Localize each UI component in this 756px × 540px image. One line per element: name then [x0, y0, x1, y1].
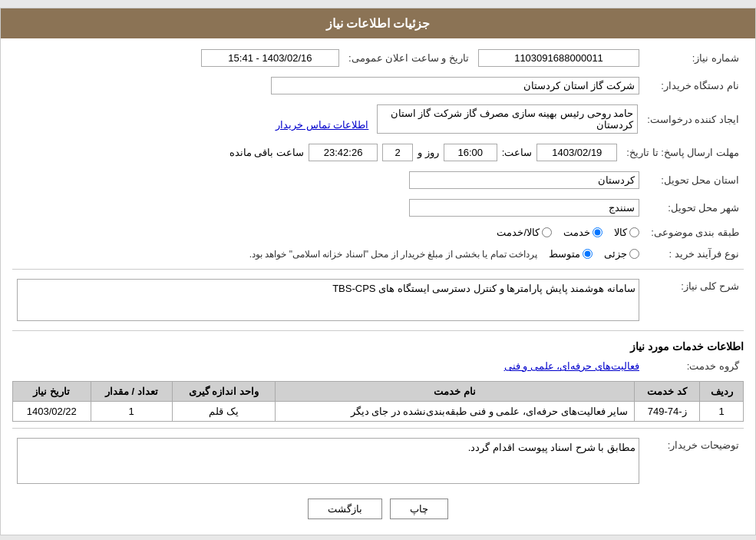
- col-name: نام خدمت: [275, 382, 634, 402]
- deadline-time: 16:00: [444, 144, 497, 161]
- need-number-label: شماره نیاز:: [644, 46, 744, 70]
- creator-link[interactable]: اطلاعات تماس خریدار: [276, 119, 368, 131]
- creator-value: حامد روحی رئیس بهینه سازی مصرف گاز شرکت …: [377, 104, 638, 134]
- city-value: سنندج: [409, 199, 639, 217]
- col-count: تعداد / مقدار: [91, 382, 172, 402]
- requester-org-label: نام دستگاه خریدار:: [644, 74, 744, 98]
- purchase-type-label: نوع فرآیند خرید :: [644, 245, 744, 263]
- purchase-jozi[interactable]: جزئی: [604, 248, 639, 260]
- category-kala-khedmat[interactable]: کالا/خدمت: [497, 227, 552, 238]
- row-unit: یک قلم: [172, 402, 275, 422]
- back-button[interactable]: بازگشت: [308, 499, 382, 519]
- col-code: کد خدمت: [635, 382, 700, 402]
- deadline-day-label: روز و: [418, 147, 439, 158]
- action-row: چاپ بازگشت: [12, 499, 744, 519]
- col-date: تاریخ نیاز: [13, 382, 91, 402]
- deadline-time-label: ساعت:: [502, 147, 533, 158]
- row-count: 1: [91, 402, 172, 422]
- purchase-motevaset[interactable]: متوسط: [549, 248, 593, 260]
- description-value: سامانه هوشمند پایش پارامترها و کنترل دست…: [17, 279, 639, 321]
- category-label: طبقه بندی موضوعی:: [644, 224, 744, 241]
- col-row: ردیف: [700, 382, 744, 402]
- row-date: 1403/02/22: [13, 402, 91, 422]
- group-label: گروه خدمت:: [644, 357, 744, 375]
- buyer-notes-label: توضیحات خریدار:: [644, 435, 744, 487]
- table-row: 1 ز-74-749 سایر فعالیت‌های حرفه‌ای، علمی…: [13, 402, 744, 422]
- page-title: جزئیات اطلاعات نیاز: [1, 8, 755, 38]
- deadline-remaining: 23:42:26: [309, 144, 378, 161]
- services-section-title: اطلاعات خدمات مورد نیاز: [12, 340, 744, 353]
- print-button[interactable]: چاپ: [390, 499, 448, 519]
- services-table: ردیف کد خدمت نام خدمت واحد اندازه گیری ت…: [12, 381, 744, 422]
- purchase-note: پرداخت تمام یا بخشی از مبلغ خریدار از مح…: [249, 249, 537, 260]
- creator-label: ایجاد کننده درخواست:: [642, 101, 744, 137]
- buyer-notes-value: مطابق با شرح اسناد پیوست اقدام گردد.: [17, 438, 639, 484]
- description-label: شرح کلی نیاز:: [644, 276, 744, 324]
- city-label: شهر محل تحویل:: [644, 196, 744, 220]
- row-number: 1: [700, 402, 744, 422]
- group-value[interactable]: فعالیت‌های حرفه‌ای، علمی و فنی: [504, 360, 639, 372]
- announcement-label: تاریخ و ساعت اعلان عمومی:: [344, 46, 474, 70]
- need-number-value: 1103091688000011: [478, 49, 639, 67]
- deadline-date: 1403/02/19: [536, 144, 617, 161]
- category-khedmat[interactable]: خدمت: [563, 227, 602, 238]
- deadline-day: 2: [382, 144, 413, 161]
- province-label: استان محل تحویل:: [644, 168, 744, 192]
- col-unit: واحد اندازه گیری: [172, 382, 275, 402]
- row-name: سایر فعالیت‌های حرفه‌ای، علمی و فنی طبقه…: [275, 402, 634, 422]
- row-code: ز-74-749: [635, 402, 700, 422]
- category-kala[interactable]: کالا: [614, 227, 639, 238]
- requester-org-value: شرکت گاز استان کردستان: [271, 77, 639, 94]
- deadline-remaining-label: ساعت باقی مانده: [229, 147, 304, 158]
- province-value: کردستان: [409, 171, 639, 189]
- deadline-label: مهلت ارسال پاسخ: تا تاریخ:: [622, 141, 744, 164]
- announcement-value: 1403/02/16 - 15:41: [201, 49, 339, 67]
